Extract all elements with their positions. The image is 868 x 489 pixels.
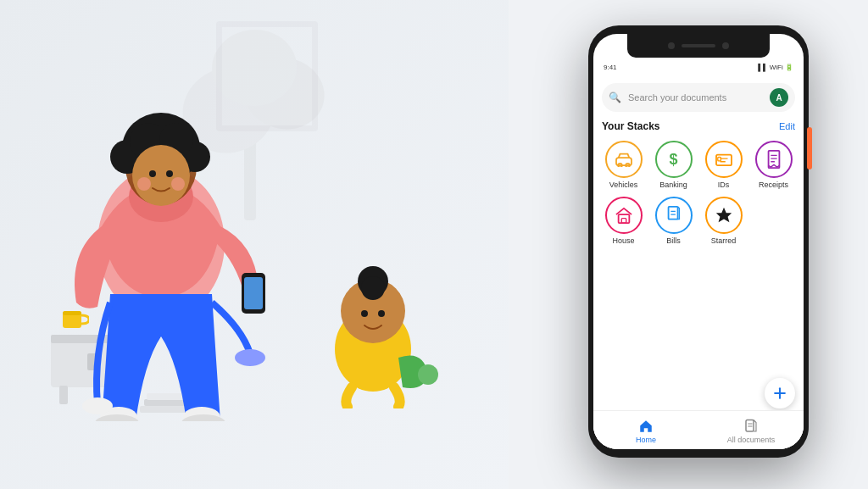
- stacks-header: Your Stacks Edit: [602, 120, 795, 132]
- svg-point-22: [132, 145, 190, 206]
- phone-side-accent: [807, 127, 812, 169]
- ids-label: IDs: [718, 181, 730, 190]
- stacks-grid-row1: Vehicles $ Banking: [602, 141, 795, 190]
- all-docs-nav-icon: [743, 419, 759, 434]
- banking-icon-circle: $: [655, 141, 693, 178]
- svg-rect-48: [717, 157, 721, 161]
- phone-screen: 9:41 ▌▌ WiFi 🔋 🔍 Search your documents A: [593, 34, 804, 449]
- bills-label: Bills: [666, 237, 681, 246]
- search-placeholder-text: Search your documents: [628, 92, 763, 103]
- phone-container: 9:41 ▌▌ WiFi 🔋 🔍 Search your documents A: [580, 25, 817, 466]
- status-icons: ▌▌ WiFi 🔋: [758, 64, 793, 71]
- stacks-section: Your Stacks Edit: [593, 115, 804, 246]
- stack-item-banking[interactable]: $ Banking: [652, 141, 695, 190]
- banking-label: Banking: [659, 181, 687, 190]
- svg-point-40: [378, 310, 385, 317]
- dollar-icon: $: [669, 151, 677, 169]
- stacks-edit-button[interactable]: Edit: [779, 121, 795, 131]
- camera-dot-2: [722, 42, 729, 49]
- star-icon: [715, 206, 733, 225]
- svg-point-33: [235, 349, 265, 366]
- svg-rect-60: [746, 420, 754, 431]
- person-illustration: [25, 57, 314, 421]
- stack-item-bills[interactable]: Bills: [652, 197, 695, 246]
- phone-camera-bar: [627, 34, 770, 58]
- nav-item-all-docs[interactable]: All documents: [698, 417, 804, 444]
- stack-item-ids[interactable]: IDs: [702, 141, 745, 190]
- receipts-icon-circle: [755, 141, 793, 178]
- bills-icon-circle: [655, 197, 693, 234]
- svg-point-26: [171, 177, 185, 191]
- vehicles-icon-circle: [605, 141, 643, 178]
- svg-rect-45: [716, 155, 732, 166]
- receipt-icon: [766, 150, 782, 169]
- stack-item-empty: [752, 197, 795, 246]
- status-bar: 9:41 ▌▌ WiFi 🔋: [593, 58, 804, 76]
- svg-point-25: [137, 177, 151, 191]
- svg-point-41: [418, 364, 438, 385]
- receipts-label: Receipts: [759, 181, 788, 190]
- home-nav-icon: [638, 419, 654, 434]
- house-label: House: [612, 237, 634, 246]
- stack-item-vehicles[interactable]: Vehicles: [602, 141, 645, 190]
- phone-outer: 9:41 ▌▌ WiFi 🔋 🔍 Search your documents A: [588, 25, 809, 458]
- camera-dot: [668, 42, 675, 49]
- stack-item-receipts[interactable]: Receipts: [752, 141, 795, 190]
- stack-item-starred[interactable]: Starred: [702, 197, 745, 246]
- fab-add-button[interactable]: [765, 378, 795, 408]
- svg-point-38: [361, 276, 385, 300]
- illustration-area: [0, 0, 509, 489]
- svg-point-23: [149, 170, 156, 177]
- search-bar-wrapper: 🔍 Search your documents A: [593, 76, 804, 115]
- svg-point-24: [166, 170, 173, 177]
- bills-doc-icon: [666, 206, 682, 225]
- ids-icon-circle: [705, 141, 743, 178]
- search-icon: 🔍: [609, 92, 621, 103]
- svg-point-39: [361, 310, 368, 317]
- search-bar[interactable]: 🔍 Search your documents A: [602, 83, 795, 112]
- id-card-icon: [715, 152, 733, 167]
- svg-point-34: [82, 397, 113, 414]
- stack-item-house[interactable]: House: [602, 197, 645, 246]
- all-docs-nav-label: All documents: [727, 436, 776, 444]
- house-icon: [615, 207, 633, 224]
- svg-rect-55: [668, 207, 677, 219]
- camera-speaker: [682, 44, 715, 47]
- status-time: 9:41: [604, 64, 617, 71]
- screen-content: 🔍 Search your documents A Your Stacks Ed…: [593, 76, 804, 449]
- user-avatar[interactable]: A: [770, 88, 788, 107]
- house-icon-circle: [605, 197, 643, 234]
- svg-rect-28: [244, 277, 263, 309]
- vehicles-label: Vehicles: [609, 181, 638, 190]
- fab-plus-icon: [771, 385, 788, 402]
- car-icon: [615, 152, 633, 167]
- baby-illustration: [305, 256, 441, 408]
- starred-label: Starred: [711, 237, 737, 246]
- nav-item-home[interactable]: Home: [593, 417, 698, 444]
- starred-icon-circle: [705, 197, 743, 234]
- bottom-nav: Home All documents: [593, 410, 804, 449]
- stacks-title: Your Stacks: [602, 120, 659, 132]
- stacks-grid-row2: House Bills: [602, 197, 795, 246]
- home-nav-label: Home: [636, 436, 656, 444]
